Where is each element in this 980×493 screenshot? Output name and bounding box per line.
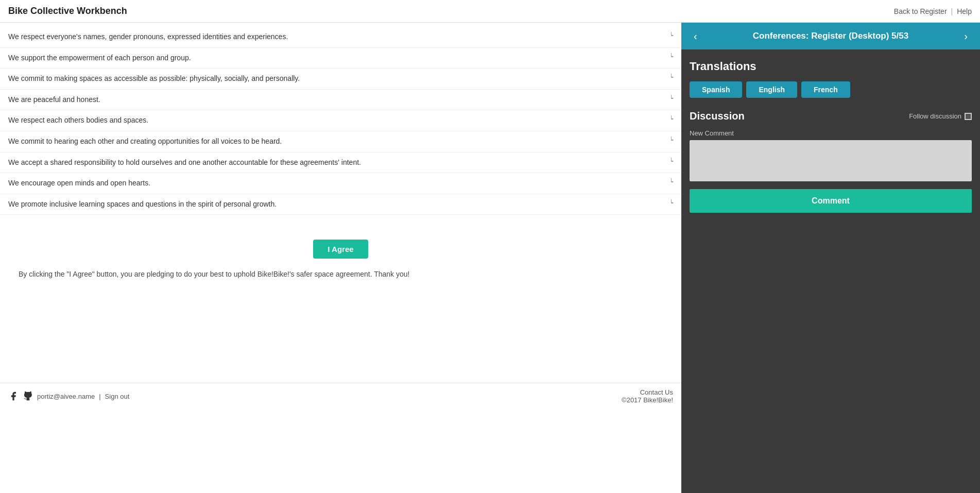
french-button[interactable]: French xyxy=(801,81,850,98)
help-link[interactable]: Help xyxy=(957,7,972,15)
spanish-button[interactable]: Spanish xyxy=(690,81,742,98)
translation-buttons: Spanish English French xyxy=(690,81,972,98)
footer-right: Contact Us ©2017 Bike!Bike! xyxy=(622,388,673,404)
list-item: We support the empowerment of each perso… xyxy=(0,48,681,69)
follow-discussion-checkbox[interactable] xyxy=(965,113,972,120)
list-item-icon: ┕ xyxy=(669,178,673,185)
facebook-icon xyxy=(8,391,19,401)
agree-section: I Agree By clicking the "I Agree" button… xyxy=(0,219,681,290)
new-comment-textarea[interactable] xyxy=(690,140,972,181)
next-nav-button[interactable]: › xyxy=(960,28,972,44)
nav-separator: | xyxy=(951,7,953,15)
right-panel: ‹ Conferences: Register (Desktop) 5/53 ›… xyxy=(681,23,980,493)
sign-out-link[interactable]: Sign out xyxy=(105,393,130,400)
list-item-text: We respect each others bodies and spaces… xyxy=(8,115,665,126)
list-item: We respect each others bodies and spaces… xyxy=(0,110,681,131)
follow-discussion-container[interactable]: Follow discussion xyxy=(909,112,972,120)
right-panel-title: Conferences: Register (Desktop) 5/53 xyxy=(701,31,960,41)
list-item-text: We commit to hearing each other and crea… xyxy=(8,137,665,147)
footer-separator: | xyxy=(99,393,100,400)
new-comment-label: New Comment xyxy=(690,129,972,137)
back-to-register-link[interactable]: Back to Register xyxy=(894,7,947,15)
content-list: We respect everyone's names, gender pron… xyxy=(0,23,681,219)
translations-title: Translations xyxy=(690,60,972,73)
list-item-text: We accept a shared responsibility to hol… xyxy=(8,158,665,168)
list-item: We respect everyone's names, gender pron… xyxy=(0,27,681,48)
copyright-text: ©2017 Bike!Bike! xyxy=(622,396,673,404)
follow-discussion-label: Follow discussion xyxy=(909,112,961,120)
list-item-text: We respect everyone's names, gender pron… xyxy=(8,32,665,42)
contact-us-link[interactable]: Contact Us xyxy=(622,388,673,396)
agree-button[interactable]: I Agree xyxy=(313,240,368,259)
list-item: We promote inclusive learning spaces and… xyxy=(0,194,681,215)
top-header: Bike Collective Workbench Back to Regist… xyxy=(0,0,980,23)
list-item: We accept a shared responsibility to hol… xyxy=(0,152,681,174)
main-area: We respect everyone's names, gender pron… xyxy=(0,23,980,493)
app-title: Bike Collective Workbench xyxy=(8,6,127,16)
prev-nav-button[interactable]: ‹ xyxy=(690,28,701,44)
discussion-header: Discussion Follow discussion xyxy=(690,110,972,122)
comment-button-row: Comment xyxy=(690,189,972,213)
list-item-icon: ┕ xyxy=(669,95,673,102)
english-button[interactable]: English xyxy=(746,81,797,98)
list-item-icon: ┕ xyxy=(669,32,673,39)
list-item-icon: ┕ xyxy=(669,137,673,144)
left-panel: We respect everyone's names, gender pron… xyxy=(0,23,681,493)
list-item: We are peaceful and honest. ┕ xyxy=(0,90,681,111)
right-panel-body: Translations Spanish English French Disc… xyxy=(681,49,980,493)
list-item-text: We encourage open minds and open hearts. xyxy=(8,178,665,189)
list-item: We commit to making spaces as accessible… xyxy=(0,69,681,90)
agree-note: By clicking the "I Agree" button, you ar… xyxy=(8,269,673,280)
footer-left: portiz@aivee.name | Sign out xyxy=(8,391,129,401)
footer: portiz@aivee.name | Sign out Contact Us … xyxy=(0,383,681,409)
list-item-text: We commit to making spaces as accessible… xyxy=(8,74,665,84)
list-item: We commit to hearing each other and crea… xyxy=(0,131,681,152)
list-item-text: We promote inclusive learning spaces and… xyxy=(8,199,665,210)
list-item-icon: ┕ xyxy=(669,158,673,165)
header-nav-links: Back to Register | Help xyxy=(894,7,972,15)
discussion-title: Discussion xyxy=(690,110,745,122)
list-item: We encourage open minds and open hearts.… xyxy=(0,173,681,194)
list-item-icon: ┕ xyxy=(669,74,673,81)
list-item-icon: ┕ xyxy=(669,199,673,207)
right-panel-header: ‹ Conferences: Register (Desktop) 5/53 › xyxy=(681,23,980,49)
github-icon xyxy=(23,391,33,401)
list-item-icon: ┕ xyxy=(669,115,673,123)
list-item-icon: ┕ xyxy=(669,53,673,60)
comment-submit-button[interactable]: Comment xyxy=(690,189,972,213)
list-item-text: We support the empowerment of each perso… xyxy=(8,53,665,63)
list-item-text: We are peaceful and honest. xyxy=(8,95,665,105)
footer-email: portiz@aivee.name xyxy=(37,393,95,400)
